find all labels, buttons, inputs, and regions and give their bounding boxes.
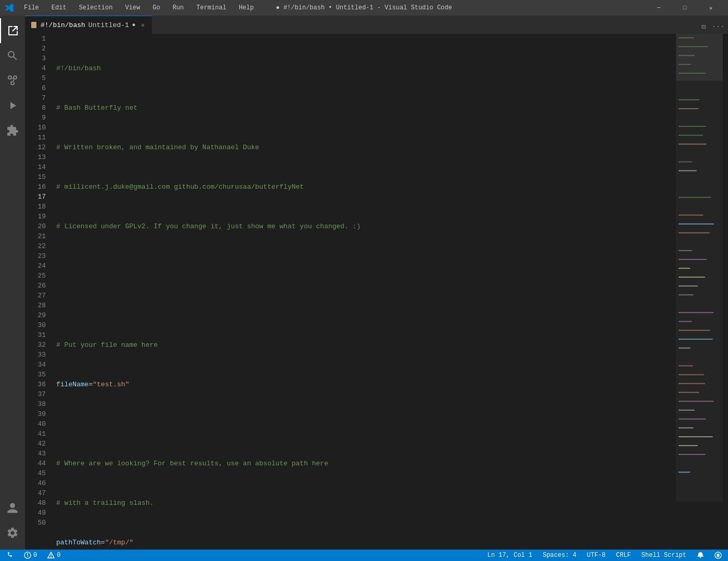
activity-settings[interactable] (0, 520, 25, 545)
notifications[interactable] (695, 552, 706, 559)
line-num-26: 26 (28, 281, 46, 291)
menu-file[interactable]: File (20, 3, 43, 13)
language-mode[interactable]: Shell Script (640, 552, 688, 559)
code-editor[interactable]: #!/bin/bash # Bash Butterfly net # Writt… (51, 34, 676, 550)
line-num-49: 49 (28, 508, 46, 518)
main-area: #!/bin/bash Untitled-1 ● ✕ ⊟ ··· 1 2 3 4… (0, 16, 728, 550)
activity-bar (0, 16, 25, 550)
line-num-38: 38 (28, 399, 46, 409)
line-num-25: 25 (28, 271, 46, 281)
titlebar-left: File Edit Selection View Go Run Terminal… (5, 3, 258, 13)
menu-view[interactable]: View (121, 3, 144, 13)
code-token: # Bash Butterfly net (56, 103, 137, 113)
line-num-33: 33 (28, 350, 46, 360)
extensions-icon (6, 124, 19, 137)
editor-content[interactable]: 1 2 3 4 5 6 7 8 9 10 11 12 13 14 15 16 1… (25, 34, 728, 550)
code-line-8: # Put your file name here (56, 340, 676, 350)
code-line-13: pathToWatch="/tmp/" (56, 538, 676, 547)
code-token: # Written broken, and maintained by Nath… (56, 142, 259, 152)
menu-run[interactable]: Run (169, 3, 188, 13)
settings-icon (6, 527, 19, 539)
activity-run-debug[interactable] (0, 93, 25, 118)
tab-close-button[interactable]: ✕ (138, 21, 147, 29)
status-bar-right: Ln 17, Col 1 Spaces: 4 UTF-8 CRLF Shell … (486, 552, 724, 559)
cursor-position[interactable]: Ln 17, Col 1 (486, 552, 534, 559)
activity-explorer[interactable] (0, 18, 25, 43)
line-numbers: 1 2 3 4 5 6 7 8 9 10 11 12 13 14 15 16 1… (25, 34, 51, 550)
tab-bar-actions: ⊟ ··· (696, 19, 728, 34)
line-num-29: 29 (28, 310, 46, 320)
account-icon (6, 502, 19, 514)
close-button[interactable]: ✕ (699, 0, 723, 16)
minimap-viewport[interactable] (676, 34, 723, 81)
editor-tab-active[interactable]: #!/bin/bash Untitled-1 ● ✕ (25, 16, 152, 34)
git-branch[interactable] (4, 552, 16, 559)
tab-dot: ● (132, 22, 136, 28)
line-num-30: 30 (28, 320, 46, 330)
split-editor-button[interactable]: ⊟ (696, 19, 711, 34)
code-token: "test.sh" (93, 380, 129, 389)
code-token: #!/bin/bash (56, 63, 101, 73)
remote-access[interactable] (712, 552, 724, 559)
source-control-icon (6, 74, 19, 87)
code-token: fileName (56, 380, 88, 389)
svg-rect-0 (31, 22, 36, 28)
line-num-45: 45 (28, 468, 46, 478)
line-num-20: 20 (28, 221, 46, 231)
cursor-position-text: Ln 17, Col 1 (488, 552, 532, 559)
line-ending[interactable]: CRLF (614, 552, 633, 559)
line-num-15: 15 (28, 172, 46, 182)
line-num-35: 35 (28, 370, 46, 380)
line-num-7: 7 (28, 93, 46, 103)
tab-bar: #!/bin/bash Untitled-1 ● ✕ ⊟ ··· (25, 16, 728, 34)
menu-go[interactable]: Go (148, 3, 164, 13)
run-debug-icon (6, 99, 19, 112)
line-num-19: 19 (28, 212, 46, 221)
encoding[interactable]: UTF-8 (585, 552, 608, 559)
error-count-label: 0 (33, 552, 37, 559)
minimize-button[interactable]: ─ (647, 0, 671, 16)
warning-icon (47, 552, 55, 559)
menu-terminal[interactable]: Terminal (192, 3, 231, 13)
minimap[interactable] (676, 34, 723, 550)
vertical-scrollbar[interactable] (723, 34, 728, 550)
line-num-17: 17 (28, 192, 46, 202)
menu-edit[interactable]: Edit (47, 3, 71, 13)
window-title: ● #!/bin/bash • Untitled-1 - Visual Stud… (276, 4, 452, 11)
activity-source-control[interactable] (0, 68, 25, 93)
maximize-button[interactable]: □ (673, 0, 697, 16)
code-token: = (101, 538, 105, 547)
menu-help[interactable]: Help (235, 3, 258, 13)
line-num-18: 18 (28, 202, 46, 212)
more-actions-button[interactable]: ··· (711, 19, 725, 34)
line-num-23: 23 (28, 251, 46, 261)
activity-search[interactable] (0, 43, 25, 68)
line-num-28: 28 (28, 301, 46, 310)
line-num-47: 47 (28, 488, 46, 498)
warning-count[interactable]: 0 (45, 552, 62, 559)
titlebar: File Edit Selection View Go Run Terminal… (0, 0, 728, 16)
line-num-22: 22 (28, 241, 46, 251)
line-num-50: 50 (28, 518, 46, 528)
line-num-48: 48 (28, 498, 46, 508)
menu-selection[interactable]: Selection (75, 3, 117, 13)
indentation[interactable]: Spaces: 4 (541, 552, 579, 559)
line-num-9: 9 (28, 113, 46, 123)
line-num-37: 37 (28, 389, 46, 399)
code-line-9: fileName="test.sh" (56, 380, 676, 389)
code-line-2: # Bash Butterfly net (56, 103, 676, 113)
code-token: # Licensed under GPLv2. If you change it… (56, 221, 361, 231)
bell-icon (697, 552, 704, 559)
line-num-3: 3 (28, 54, 46, 63)
code-line-5: # Licensed under GPLv2. If you change it… (56, 221, 676, 231)
activity-extensions[interactable] (0, 118, 25, 143)
encoding-text: UTF-8 (587, 552, 606, 559)
tab-modified-indicator: Untitled-1 (88, 21, 129, 29)
activity-account[interactable] (0, 495, 25, 520)
line-num-2: 2 (28, 44, 46, 54)
error-count[interactable]: Ln 17, Col 1 0 (22, 552, 39, 559)
language-mode-text: Shell Script (642, 552, 686, 559)
code-line-12: # with a trailing slash. (56, 498, 676, 508)
remote-icon (714, 552, 722, 559)
line-num-14: 14 (28, 162, 46, 172)
